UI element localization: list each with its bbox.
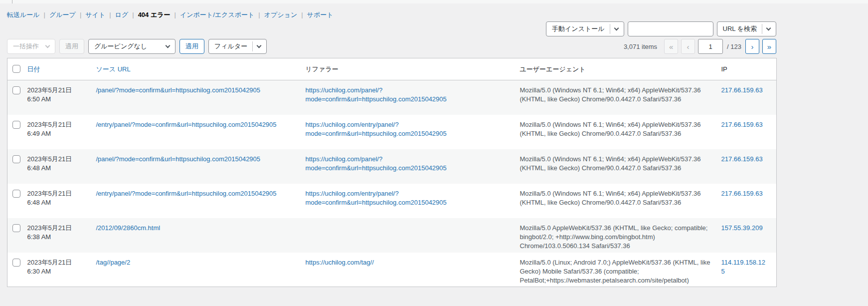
filter-button[interactable]: フィルター [208,39,267,54]
chevron-down-icon [614,25,619,30]
subnav-item[interactable]: ログ [115,11,129,18]
log-time: 6:38 AM [27,233,88,242]
referrer-cell: https://uchilog.com/entry/panel/?mode=co… [306,184,520,218]
manual-install-label: 手動インストール [552,22,605,36]
log-time: 6:49 AM [27,129,88,138]
referrer-cell: https://uchilog.com/panel/?mode=confirm&… [306,80,520,115]
date-cell: 2023年5月21日6:50 AM [27,80,96,115]
pagination: 3,071 items « ‹ / 123 › » [624,39,776,54]
divider [762,24,762,34]
source-url-link[interactable]: /panel/?mode=confirm&url=httpsuchilog.co… [96,155,261,163]
grouping-select[interactable]: グルーピングなし [88,39,175,54]
select-all-header [7,58,27,80]
ip-link[interactable]: 217.66.159.63 [721,86,763,94]
chevron-down-icon [766,25,771,30]
search-url-button[interactable]: URL を検索 [717,21,776,36]
header-controls: 手動インストール URL を検索 [7,21,776,36]
ip-cell: 157.55.39.209 [721,218,777,253]
manual-install-button[interactable]: 手動インストール [546,21,624,36]
ip-link[interactable]: 217.66.159.63 [721,190,763,197]
filter-label: フィルター [214,39,247,53]
divider [12,0,12,3]
source-url-link[interactable]: /entry/panel/?mode=confirm&url=httpsuchi… [96,190,277,197]
subnav-item[interactable]: サポート [307,11,334,18]
subnav-item[interactable]: 転送ルール [7,11,40,18]
apply-label: 適用 [185,39,198,53]
referrer-link[interactable]: https://uchilog.com/panel/?mode=confirm&… [306,155,447,172]
subnav-item[interactable]: オプション [264,11,298,18]
user-agent-text: Mozilla/5.0 (Windows NT 6.1; Win64; x64)… [520,86,701,103]
user-agent-text: Mozilla/5.0 (Linux; Android 7.0;) AppleW… [520,259,710,284]
ip-cell: 114.119.158.125 [721,253,777,287]
first-page-button[interactable]: « [664,39,678,54]
apply-grouping-button[interactable]: 適用 [179,39,204,54]
log-date: 2023年5月21日 [27,120,88,129]
row-select-cell [7,218,27,253]
subnav-item[interactable]: インポート/エクスポート [180,11,254,18]
subnav-item[interactable]: サイト [85,11,105,18]
row-checkbox[interactable] [12,259,20,267]
divider [610,24,610,34]
ip-link[interactable]: 157.55.39.209 [721,224,763,232]
subnav-item[interactable]: グループ [49,11,76,18]
row-checkbox[interactable] [12,86,20,94]
date-cell: 2023年5月21日6:48 AM [27,149,96,184]
last-page-button[interactable]: » [762,39,776,54]
row-checkbox[interactable] [12,121,20,129]
referrer-cell: https://uchilog.com/panel/?mode=confirm&… [306,149,520,184]
source-url-link[interactable]: /panel/?mode=confirm&url=httpsuchilog.co… [96,86,261,94]
log-date: 2023年5月21日 [27,189,88,198]
log-date: 2023年5月21日 [27,258,88,267]
table-header-row: 日付ソース URLリファラーユーザーエージェントIP [7,58,777,80]
next-page-button[interactable]: › [745,39,759,54]
column-header-date[interactable]: 日付 [27,58,96,80]
date-cell: 2023年5月21日6:38 AM [27,218,96,253]
log-time: 6:30 AM [27,267,88,276]
select-all-checkbox[interactable] [12,65,20,73]
referrer-link[interactable]: https://uchilog.com/entry/panel/?mode=co… [306,190,447,206]
source-url-cell: /entry/panel/?mode=confirm&url=httpsuchi… [96,115,306,149]
user-agent-text: Mozilla/5.0 AppleWebKit/537.36 (KHTML, l… [520,224,708,250]
column-header-source[interactable]: ソース URL [96,58,306,80]
user-agent-cell: Mozilla/5.0 (Linux; Android 7.0;) AppleW… [520,253,721,287]
total-pages: / 123 [727,43,741,50]
user-agent-cell: Mozilla/5.0 (Windows NT 6.1; Win64; x64)… [520,115,721,149]
source-url-link[interactable]: /entry/panel/?mode=confirm&url=httpsuchi… [96,121,277,128]
ip-cell: 217.66.159.63 [721,149,777,184]
referrer-link[interactable]: https://uchilog.com/tag// [306,259,374,266]
row-checkbox[interactable] [12,224,20,232]
prev-page-button[interactable]: ‹ [681,39,695,54]
user-agent-cell: Mozilla/5.0 (Windows NT 6.1; Win64; x64)… [520,184,721,218]
table-body: 2023年5月21日6:50 AM/panel/?mode=confirm&ur… [7,80,777,287]
source-url-cell: /panel/?mode=confirm&url=httpsuchilog.co… [96,80,306,115]
bulk-actions-group: 一括操作 適用 グルーピングなし 適用 フィルター [7,39,267,54]
source-url-cell: /panel/?mode=confirm&url=httpsuchilog.co… [96,149,306,184]
row-checkbox[interactable] [12,190,20,198]
referrer-link[interactable]: https://uchilog.com/panel/?mode=confirm&… [306,86,447,103]
apply-bulk-button[interactable]: 適用 [59,39,84,54]
source-url-link[interactable]: /2012/09/2860cm.html [96,224,161,232]
search-input[interactable] [628,21,713,36]
user-agent-text: Mozilla/5.0 (Windows NT 6.1; Win64; x64)… [520,121,701,137]
ip-link[interactable]: 217.66.159.63 [721,155,763,163]
log-row: 2023年5月21日6:38 AM/2012/09/2860cm.htmlMoz… [7,218,777,253]
log-date: 2023年5月21日 [27,224,88,233]
column-header-referrer: リファラー [306,58,520,80]
log-time: 6:50 AM [27,95,88,104]
bulk-actions-select[interactable]: 一括操作 [7,39,55,54]
ip-cell: 217.66.159.63 [721,184,777,218]
source-url-link[interactable]: /tag//page/2 [96,259,131,266]
ip-link[interactable]: 217.66.159.63 [721,121,763,128]
chevron-down-icon [45,43,50,48]
apply-bulk-label: 適用 [65,39,78,53]
ip-link[interactable]: 114.119.158.125 [721,259,765,275]
chevron-down-icon [257,43,262,48]
items-count: 3,071 items [624,43,657,50]
referrer-link[interactable]: https://uchilog.com/entry/panel/?mode=co… [306,121,447,137]
row-select-cell [7,115,27,149]
row-checkbox[interactable] [12,155,20,163]
log-date: 2023年5月21日 [27,86,88,95]
column-header-ua: ユーザーエージェント [520,58,721,80]
search-url-label: URL を検索 [723,22,757,36]
current-page-input[interactable] [698,39,723,54]
